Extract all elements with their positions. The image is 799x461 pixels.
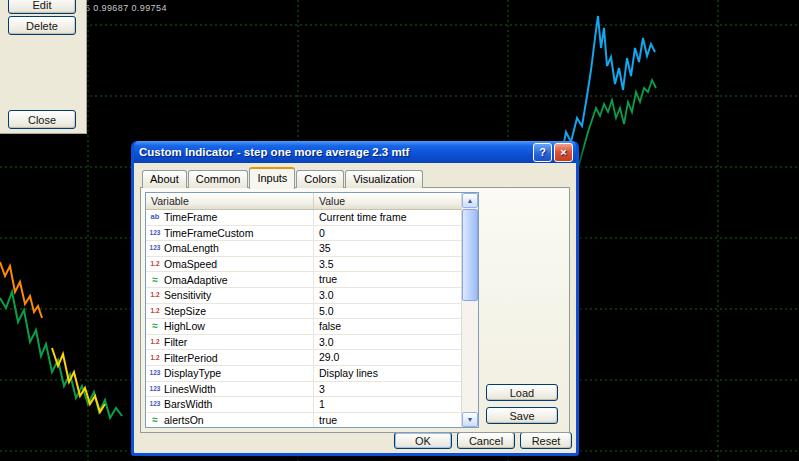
variable-name: BarsWidth — [164, 397, 212, 411]
value-cell[interactable]: 1 — [314, 397, 461, 412]
int-type-icon — [148, 366, 162, 380]
value-cell[interactable]: Display lines — [314, 366, 461, 381]
bool-type-icon — [148, 413, 162, 427]
tab-visualization[interactable]: Visualization — [345, 170, 423, 188]
value-cell[interactable]: 35 — [314, 241, 461, 256]
dbl-type-icon — [148, 351, 162, 365]
value-cell[interactable]: true — [314, 413, 461, 427]
custom-indicator-dialog: Custom Indicator - step one more average… — [131, 141, 579, 456]
variable-cell: FilterPeriod — [146, 350, 314, 365]
inputs-tab-panel: Variable Value TimeFrameCurrent time fra… — [140, 187, 570, 433]
variable-name: TimeFrameCustom — [164, 226, 253, 240]
scrollbar-up-button[interactable]: ▲ — [462, 193, 478, 208]
variable-name: LinesWidth — [164, 382, 216, 396]
variable-cell: HighLow — [146, 319, 314, 334]
variable-cell: LinesWidth — [146, 382, 314, 397]
variable-name: TimeFrame — [164, 210, 217, 224]
variable-name: Sensitivity — [164, 288, 211, 302]
variable-name: StepSize — [164, 304, 206, 318]
int-type-icon — [148, 226, 162, 240]
bool-type-icon — [148, 319, 162, 333]
scrollbar-thumb[interactable] — [462, 209, 478, 301]
inputs-table-grid: Variable Value TimeFrameCurrent time fra… — [146, 193, 461, 427]
value-cell[interactable]: 3.0 — [314, 288, 461, 303]
table-row[interactable]: StepSize5.0 — [146, 304, 461, 320]
variable-cell: TimeFrame — [146, 210, 314, 225]
dbl-type-icon — [148, 288, 162, 302]
variable-cell: Sensitivity — [146, 288, 314, 303]
str-type-icon — [148, 210, 162, 224]
tab-inputs[interactable]: Inputs — [249, 167, 295, 189]
value-cell[interactable]: 3.0 — [314, 335, 461, 350]
dbl-type-icon — [148, 257, 162, 271]
variable-cell: DisplayType — [146, 366, 314, 381]
variable-name: alertsOn — [164, 413, 204, 427]
variable-name: OmaSpeed — [164, 257, 217, 271]
table-row[interactable]: TimeFrameCustom0 — [146, 226, 461, 242]
variable-cell: OmaSpeed — [146, 257, 314, 272]
dialog-titlebar[interactable]: Custom Indicator - step one more average… — [134, 141, 576, 163]
dialog-close-button[interactable]: × — [554, 143, 573, 162]
variable-cell: OmaLength — [146, 241, 314, 256]
table-row[interactable]: LinesWidth3 — [146, 382, 461, 398]
table-row[interactable]: TimeFrameCurrent time frame — [146, 210, 461, 226]
table-row[interactable]: DisplayTypeDisplay lines — [146, 366, 461, 382]
table-row[interactable]: Sensitivity3.0 — [146, 288, 461, 304]
value-cell[interactable]: 3.5 — [314, 257, 461, 272]
help-button[interactable]: ? — [533, 143, 552, 162]
cancel-button[interactable]: Cancel — [457, 432, 515, 449]
scrollbar-track[interactable]: ▲ ▼ — [461, 193, 478, 427]
inputs-table-header: Variable Value — [146, 193, 461, 210]
load-button[interactable]: Load — [486, 384, 558, 401]
value-cell[interactable]: 5.0 — [314, 304, 461, 319]
int-type-icon — [148, 241, 162, 255]
table-row[interactable]: BarsWidth1 — [146, 397, 461, 413]
column-header-value[interactable]: Value — [314, 193, 461, 209]
table-row[interactable]: OmaLength35 — [146, 241, 461, 257]
dialog-title: Custom Indicator - step one more average… — [139, 146, 531, 158]
variable-cell: TimeFrameCustom — [146, 226, 314, 241]
chart-background: 0.99756 0.99687 0.99754 Edit Delete Clos… — [0, 0, 799, 461]
variable-name: DisplayType — [164, 366, 221, 380]
tab-colors[interactable]: Colors — [296, 170, 344, 188]
table-row[interactable]: FilterPeriod29.0 — [146, 350, 461, 366]
value-cell[interactable]: 3 — [314, 382, 461, 397]
dbl-type-icon — [148, 304, 162, 318]
scrollbar-down-button[interactable]: ▼ — [462, 412, 478, 427]
bool-type-icon — [148, 273, 162, 287]
dialog-body: AboutCommonInputsColorsVisualization Var… — [134, 163, 576, 453]
edit-button[interactable]: Edit — [8, 0, 76, 14]
variable-name: HighLow — [164, 319, 205, 333]
int-type-icon — [148, 397, 162, 411]
value-cell[interactable]: true — [314, 272, 461, 287]
reset-button[interactable]: Reset — [520, 432, 572, 449]
column-header-variable[interactable]: Variable — [146, 193, 314, 209]
value-cell[interactable]: 29.0 — [314, 350, 461, 365]
value-cell[interactable]: false — [314, 319, 461, 334]
variable-name: FilterPeriod — [164, 351, 218, 365]
tab-common[interactable]: Common — [188, 170, 249, 188]
delete-button[interactable]: Delete — [8, 16, 76, 35]
variable-name: OmaLength — [164, 241, 219, 255]
table-row[interactable]: Filter3.0 — [146, 335, 461, 351]
inputs-table: Variable Value TimeFrameCurrent time fra… — [145, 192, 479, 428]
table-row[interactable]: OmaSpeed3.5 — [146, 257, 461, 273]
table-row[interactable]: HighLowfalse — [146, 319, 461, 335]
variable-cell: alertsOn — [146, 413, 314, 427]
int-type-icon — [148, 382, 162, 396]
value-cell[interactable]: Current time frame — [314, 210, 461, 225]
value-cell[interactable]: 0 — [314, 226, 461, 241]
dialog-tabs: AboutCommonInputsColorsVisualization — [142, 166, 424, 188]
indicator-list-panel: Edit Delete Close — [0, 0, 87, 134]
dbl-type-icon — [148, 335, 162, 349]
dialog-bottom-buttons: OK Cancel Reset — [394, 432, 572, 449]
variable-name: Filter — [164, 335, 187, 349]
ok-button[interactable]: OK — [394, 432, 452, 449]
table-row[interactable]: OmaAdaptivetrue — [146, 272, 461, 288]
save-button[interactable]: Save — [486, 407, 558, 424]
table-row[interactable]: alertsOntrue — [146, 413, 461, 427]
tab-about[interactable]: About — [142, 170, 187, 188]
close-button[interactable]: Close — [8, 110, 76, 129]
variable-cell: Filter — [146, 335, 314, 350]
variable-cell: OmaAdaptive — [146, 272, 314, 287]
